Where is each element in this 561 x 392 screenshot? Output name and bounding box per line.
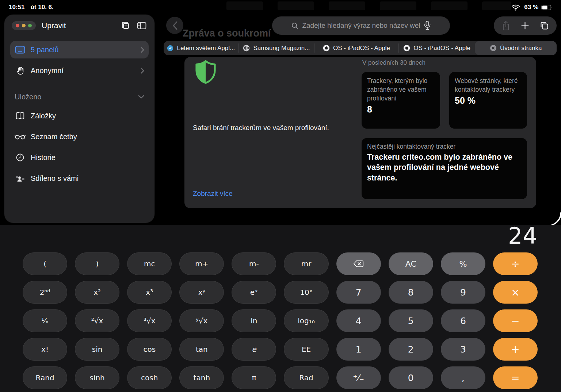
sidebar-item-tabs[interactable]: 5 panelů — [10, 41, 149, 58]
calc-key-sin[interactable]: sin — [75, 338, 119, 361]
calc-key-5[interactable]: 5 — [389, 309, 433, 332]
sidebar-item-history[interactable]: Historie — [10, 149, 149, 166]
calc-key-log10[interactable]: log₁₀ — [284, 309, 328, 332]
calc-key-reciprocal[interactable]: ¹⁄ₓ — [23, 309, 67, 332]
sidebar-item-private[interactable]: Anonymní — [10, 62, 149, 79]
tab-samsung-magazin[interactable]: Samsung Magazin... — [239, 41, 314, 55]
calc-key-euler[interactable]: e — [232, 338, 276, 361]
calc-key-x-power-y[interactable]: xʸ — [179, 281, 224, 304]
zoom-window-dot[interactable] — [28, 24, 32, 27]
calc-key-3[interactable]: 3 — [441, 338, 485, 361]
sidebar-edit-button[interactable]: Upravit — [42, 21, 66, 30]
calc-key-m-plus[interactable]: m+ — [179, 252, 224, 275]
ghost-window — [482, 1, 511, 10]
show-more-link[interactable]: Zobrazit více — [193, 190, 233, 198]
sidebar-item-reading-list[interactable]: Seznam četby — [10, 128, 149, 145]
chevron-right-icon — [141, 47, 144, 53]
calc-key-second[interactable]: 2ⁿᵈ — [23, 281, 67, 304]
most-contacted-tracker-box: Nejčastěji kontaktovaný tracker Trackeru… — [362, 138, 527, 199]
calc-key-cosh[interactable]: cosh — [127, 366, 172, 389]
calc-key-mr[interactable]: mr — [284, 252, 328, 275]
calc-key-e-power-x[interactable]: eˣ — [232, 281, 276, 304]
book-icon — [15, 112, 26, 120]
new-tab-icon[interactable] — [521, 22, 529, 30]
apple-logo-icon — [323, 45, 330, 52]
site-favicon-icon — [167, 45, 173, 52]
ghost-window — [226, 1, 263, 10]
clock-icon — [15, 153, 26, 162]
calc-key-open-paren[interactable]: ( — [23, 252, 67, 275]
close-window-dot[interactable] — [16, 24, 19, 27]
window-controls[interactable] — [12, 21, 36, 30]
calc-key-pi[interactable]: π — [232, 366, 276, 389]
calc-key-8[interactable]: 8 — [389, 281, 433, 304]
privacy-shield-icon — [194, 60, 217, 84]
calc-key-rand[interactable]: Rand — [23, 366, 67, 389]
close-tab-icon[interactable] — [490, 45, 497, 52]
glasses-icon — [15, 133, 26, 140]
calc-key-rad[interactable]: Rad — [284, 366, 328, 389]
calc-key-tanh[interactable]: tanh — [179, 366, 224, 389]
back-button[interactable] — [166, 17, 183, 34]
calc-key-2[interactable]: 2 — [389, 338, 433, 361]
calc-key-close-paren[interactable]: ) — [75, 252, 119, 275]
calc-key-backspace-icon[interactable] — [336, 252, 381, 275]
calc-key-sinh[interactable]: sinh — [75, 366, 119, 389]
ghost-window — [329, 1, 365, 10]
calc-key-4[interactable]: 4 — [336, 309, 381, 332]
sidebar-item-shared-with-you[interactable]: Sdíleno s vámi — [10, 170, 149, 187]
calc-key-mc[interactable]: mc — [127, 252, 172, 275]
browser-toolbar-actions — [494, 16, 557, 35]
tab-ipados-apple-1[interactable]: OS - iPadOS - Apple — [314, 41, 398, 55]
calc-key-multiply[interactable]: × — [493, 281, 538, 304]
sidebar-item-bookmarks[interactable]: Záložky — [10, 107, 149, 125]
calc-key-6[interactable]: 6 — [441, 309, 485, 332]
calc-key-sqrt[interactable]: ²√x — [75, 309, 119, 332]
calc-key-tan[interactable]: tan — [179, 338, 224, 361]
calc-key-x-squared[interactable]: x² — [75, 281, 119, 304]
toggle-sidebar-icon[interactable] — [136, 20, 147, 31]
ghost-window — [278, 1, 314, 10]
calc-key-ten-power-x[interactable]: 10ˣ — [284, 281, 328, 304]
calc-key-1[interactable]: 1 — [336, 338, 381, 361]
calc-key-ee[interactable]: EE — [284, 338, 328, 361]
calc-key-factorial[interactable]: x! — [23, 338, 67, 361]
safari-sidebar: Upravit 5 panelů Anonymní Uloženo Záložk… — [4, 15, 154, 223]
calc-key-m-minus[interactable]: m- — [232, 252, 276, 275]
new-tab-group-icon[interactable] — [120, 20, 130, 31]
tab-panel-icon — [15, 46, 26, 54]
calculator-display: 24 — [508, 222, 538, 249]
tab-letem-svetem[interactable]: Letem světem Appl... — [164, 41, 238, 55]
calc-key-equals[interactable]: = — [493, 366, 538, 389]
status-time: 10:51 — [9, 4, 24, 11]
calc-key-ac[interactable]: AC — [389, 252, 433, 275]
calc-key-x-cubed[interactable]: x³ — [127, 281, 172, 304]
tab-uvodni-stranka-active[interactable]: Úvodní stránka — [475, 41, 557, 55]
tab-ipados-apple-2[interactable]: OS - iPadOS - Apple — [399, 41, 475, 55]
calc-key-ln[interactable]: ln — [232, 309, 276, 332]
calc-key-comma[interactable]: , — [441, 366, 485, 389]
minimize-window-dot[interactable] — [22, 24, 26, 27]
address-search-field[interactable]: Zadejte hledaný výraz nebo název wel — [272, 16, 450, 35]
microphone-icon[interactable] — [424, 21, 431, 30]
calc-key-0[interactable]: 0 — [389, 366, 433, 389]
calc-key-subtract[interactable]: − — [493, 309, 538, 332]
calculator-app: 24 ()mcm+m-mrAC%÷2ⁿᵈx²x³xʸeˣ10ˣ789×¹⁄ₓ²√… — [0, 225, 561, 392]
calc-key-percent[interactable]: % — [441, 252, 485, 275]
privacy-headline: Safari brání trackerům ve vašem profilov… — [193, 124, 329, 132]
calc-key-plus-minus[interactable]: ⁺⁄₋ — [336, 366, 381, 389]
websites-contacted-stat: Webové stránky, které kontaktovaly track… — [449, 72, 527, 129]
sidebar-section-saved[interactable]: Uloženo — [10, 90, 149, 104]
privacy-report-panel: Safari brání trackerům ve vašem profilov… — [184, 57, 536, 208]
tabs-overview-icon[interactable] — [540, 21, 549, 30]
calc-key-y-root[interactable]: ʸ√x — [179, 309, 224, 332]
calc-key-7[interactable]: 7 — [336, 281, 381, 304]
corner-arc — [546, 211, 561, 227]
calc-key-cos[interactable]: cos — [127, 338, 172, 361]
calc-key-cbrt[interactable]: ³√x — [127, 309, 172, 332]
calc-key-add[interactable]: + — [493, 338, 538, 361]
share-icon[interactable] — [502, 21, 510, 31]
calc-key-divide[interactable]: ÷ — [493, 252, 538, 275]
most-contacted-tracker-text: Trackeru criteo.com bylo zabráněno ve va… — [367, 152, 522, 183]
calc-key-9[interactable]: 9 — [441, 281, 485, 304]
